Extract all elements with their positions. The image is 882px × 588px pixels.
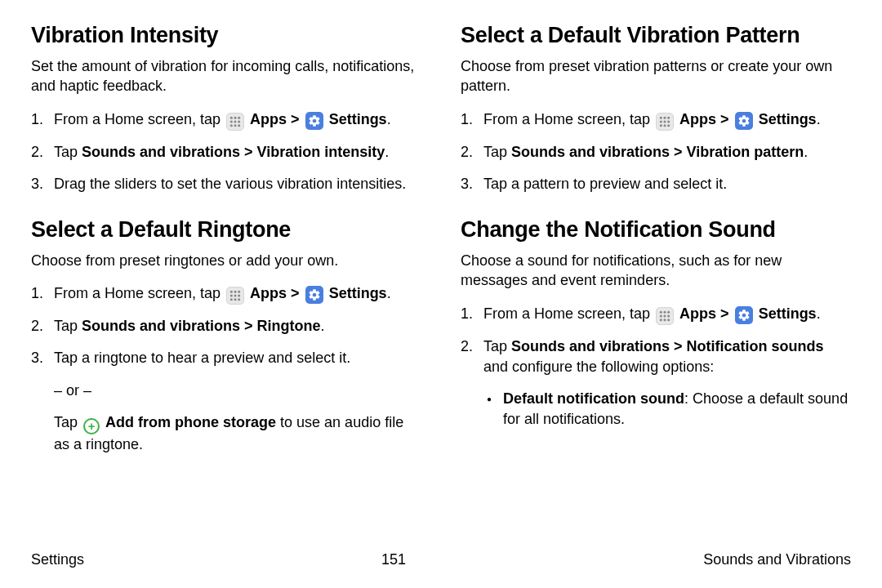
svg-point-22	[664, 120, 666, 122]
svg-point-29	[667, 310, 670, 313]
svg-point-6	[230, 124, 233, 127]
svg-point-15	[230, 298, 233, 301]
apps-icon	[656, 307, 674, 325]
step-item: Tap a ringtone to hear a preview and sel…	[31, 348, 421, 455]
svg-point-14	[238, 295, 240, 297]
footer-page-number: 151	[381, 551, 406, 568]
svg-point-35	[667, 318, 670, 321]
svg-point-26	[667, 124, 670, 127]
step-item: Tap a pattern to preview and select it.	[461, 174, 851, 194]
svg-point-2	[238, 116, 240, 118]
apps-icon	[226, 287, 244, 305]
svg-point-33	[660, 318, 662, 321]
step-alt: Tap + Add from phone storage to use an a…	[54, 412, 421, 455]
apps-label: Apps	[679, 305, 716, 322]
section-default-ringtone: Select a Default Ringtone Choose from pr…	[31, 217, 421, 455]
svg-point-31	[664, 314, 666, 317]
svg-point-18	[660, 116, 662, 118]
heading-vibration-intensity: Vibration Intensity	[31, 23, 421, 48]
step-item: Tap Sounds and vibrations > Vibration pa…	[461, 142, 851, 163]
svg-point-7	[234, 124, 237, 127]
apps-icon	[656, 113, 674, 131]
svg-point-9	[230, 291, 233, 293]
settings-label: Settings	[759, 305, 817, 322]
apps-icon	[226, 113, 244, 131]
section-vibration-intensity: Vibration Intensity Set the amount of vi…	[31, 23, 421, 194]
svg-point-25	[664, 124, 666, 127]
svg-point-8	[238, 124, 240, 127]
heading-default-ringtone: Select a Default Ringtone	[31, 217, 421, 243]
steps-list: From a Home screen, tap Apps > Settings.…	[31, 109, 421, 194]
svg-point-27	[660, 310, 662, 313]
svg-point-1	[234, 116, 237, 118]
svg-point-21	[660, 120, 662, 122]
apps-label: Apps	[679, 111, 716, 127]
svg-point-10	[234, 291, 237, 293]
svg-point-4	[234, 120, 237, 122]
step-item: Tap Sounds and vibrations > Ringtone.	[31, 316, 421, 336]
step-item: From a Home screen, tap Apps > Settings.	[31, 109, 421, 131]
page-footer: Settings 151 Sounds and Vibrations	[31, 551, 851, 568]
settings-icon	[305, 112, 323, 130]
apps-label: Apps	[250, 285, 287, 301]
svg-point-32	[667, 314, 670, 317]
intro-text: Choose from preset ringtones or add your…	[31, 251, 421, 270]
svg-point-30	[660, 314, 662, 317]
intro-text: Set the amount of vibration for incoming…	[31, 56, 421, 96]
right-column: Select a Default Vibration Pattern Choos…	[461, 23, 851, 478]
svg-point-28	[664, 310, 666, 313]
step-item: Drag the sliders to set the various vibr…	[31, 174, 421, 194]
options-list: Default notification sound: Choose a def…	[483, 389, 851, 430]
section-notification-sound: Change the Notification Sound Choose a s…	[461, 217, 851, 430]
step-item: From a Home screen, tap Apps > Settings.	[461, 109, 851, 131]
left-column: Vibration Intensity Set the amount of vi…	[31, 23, 421, 478]
steps-list: From a Home screen, tap Apps > Settings.…	[31, 283, 421, 455]
heading-notification-sound: Change the Notification Sound	[461, 217, 851, 243]
settings-label: Settings	[759, 111, 817, 127]
settings-icon	[735, 112, 753, 130]
settings-icon	[735, 306, 753, 324]
intro-text: Choose a sound for notifications, such a…	[461, 251, 851, 291]
svg-point-0	[230, 116, 233, 118]
or-separator: – or –	[54, 381, 421, 401]
steps-list: From a Home screen, tap Apps > Settings.…	[461, 109, 851, 194]
svg-point-17	[238, 298, 240, 301]
section-vibration-pattern: Select a Default Vibration Pattern Choos…	[461, 23, 851, 194]
svg-point-3	[230, 120, 233, 122]
svg-point-24	[660, 124, 662, 127]
intro-text: Choose from preset vibration patterns or…	[461, 56, 851, 96]
step-item: Tap Sounds and vibrations > Notification…	[461, 336, 851, 430]
svg-point-16	[234, 298, 237, 301]
svg-point-23	[667, 120, 670, 122]
settings-icon	[305, 286, 323, 304]
apps-label: Apps	[250, 111, 287, 127]
svg-point-12	[230, 295, 233, 297]
steps-list: From a Home screen, tap Apps > Settings.…	[461, 304, 851, 430]
svg-point-5	[238, 120, 240, 122]
step-item: Tap Sounds and vibrations > Vibration in…	[31, 142, 421, 163]
settings-label: Settings	[329, 111, 387, 127]
svg-point-13	[234, 295, 237, 297]
step-item: From a Home screen, tap Apps > Settings.	[461, 304, 851, 325]
svg-point-34	[664, 318, 666, 321]
settings-label: Settings	[329, 285, 387, 301]
footer-right: Sounds and Vibrations	[703, 551, 851, 568]
step-item: From a Home screen, tap Apps > Settings.	[31, 283, 421, 305]
plus-icon: +	[83, 418, 100, 434]
svg-point-19	[664, 116, 666, 118]
footer-left: Settings	[31, 551, 84, 568]
svg-point-11	[238, 291, 240, 293]
option-item: Default notification sound: Choose a def…	[483, 389, 851, 430]
svg-point-20	[667, 116, 670, 118]
heading-vibration-pattern: Select a Default Vibration Pattern	[461, 23, 851, 48]
